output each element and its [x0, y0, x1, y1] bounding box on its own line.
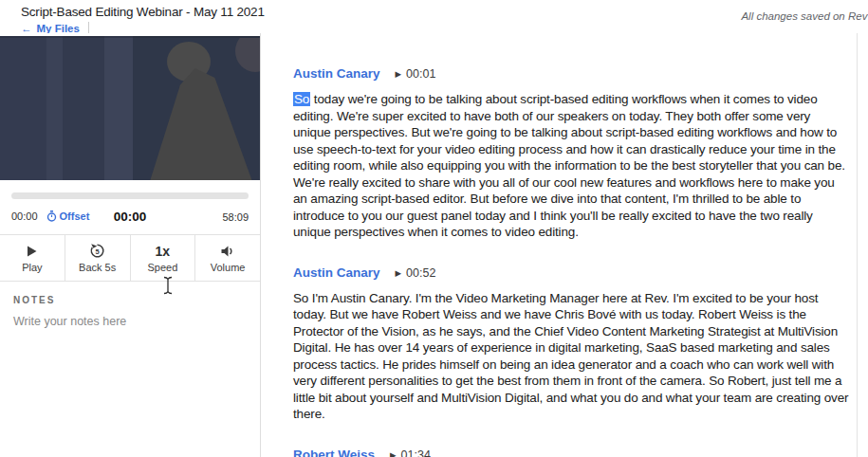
- speaker-name[interactable]: Austin Canary: [293, 66, 380, 81]
- notes-input-placeholder[interactable]: Write your notes here: [13, 315, 247, 328]
- video-preview[interactable]: [0, 36, 260, 180]
- svg-text:5: 5: [96, 247, 100, 256]
- save-status: All changes saved on Rev 2: [741, 10, 868, 33]
- offset-label: Offset: [60, 210, 90, 222]
- timestamp-link[interactable]: ▶00:01: [396, 67, 436, 81]
- notes-heading: NOTES: [13, 295, 247, 305]
- app-body: 00:00 Offset 00:00 58:09: [0, 33, 868, 457]
- timestamp-value: 00:01: [406, 67, 435, 81]
- utterance-1: Austin Canary ▶00:01 So today we're goin…: [293, 66, 851, 241]
- current-time: 00:00: [114, 210, 147, 224]
- paragraph-text: today we're going to be talking about sc…: [293, 92, 845, 239]
- timestamp-link[interactable]: ▶01:34: [390, 448, 431, 457]
- time-row: 00:00 Offset 00:00 58:09: [0, 199, 260, 234]
- paragraph-text: So I'm Austin Canary. I'm the Video Mark…: [293, 291, 848, 422]
- back-5s-button[interactable]: 5 Back 5s: [65, 235, 130, 281]
- header-left: Script-Based Editing Webinar - May 11 20…: [21, 5, 265, 33]
- speed-value: 1x: [156, 243, 171, 259]
- utterance-3: Robert Weiss ▶01:34 Thank you very much …: [293, 448, 851, 457]
- play-icon: [26, 243, 38, 259]
- speaker-name[interactable]: Robert Weiss: [293, 448, 375, 457]
- timestamp-play-icon: ▶: [390, 450, 397, 457]
- volume-button[interactable]: Volume: [194, 235, 260, 281]
- my-files-label: My Files: [37, 23, 80, 34]
- elapsed-time: 00:00: [11, 210, 38, 222]
- stopwatch-icon: [46, 210, 57, 222]
- utterance-2: Austin Canary ▶00:52 So I'm Austin Canar…: [293, 265, 851, 423]
- transcript-paragraph[interactable]: So today we're going to be talking about…: [293, 91, 851, 241]
- player-controls: Play 5 Back 5s 1x Speed: [0, 234, 260, 282]
- speaker-row: Austin Canary ▶00:52: [293, 265, 851, 280]
- volume-label: Volume: [211, 262, 246, 273]
- seek-bar[interactable]: [11, 192, 249, 199]
- timestamp-play-icon: ▶: [396, 268, 402, 278]
- timestamp-value: 01:34: [401, 448, 431, 457]
- page-title: Script-Based Editing Webinar - May 11 20…: [21, 5, 265, 19]
- timestamp-play-icon: ▶: [396, 69, 402, 79]
- play-label: Play: [22, 262, 42, 273]
- transcript-panel: Austin Canary ▶00:01 So today we're goin…: [261, 33, 868, 457]
- duration: 58:09: [222, 211, 249, 223]
- speaker-row: Robert Weiss ▶01:34: [293, 448, 851, 457]
- timestamp-link[interactable]: ▶00:52: [396, 266, 436, 280]
- speed-label: Speed: [147, 262, 177, 273]
- notes-section[interactable]: NOTES Write your notes here: [0, 282, 260, 341]
- video-corner-shape: [235, 36, 260, 72]
- speed-button[interactable]: 1x Speed: [130, 235, 195, 281]
- scrollbar[interactable]: [857, 33, 858, 457]
- transcript-editor-app: { "colors": { "accent_blue": "#3a6fd8", …: [0, 0, 868, 457]
- speaker-row: Austin Canary ▶00:01: [293, 66, 851, 81]
- offset-button[interactable]: Offset: [46, 210, 90, 222]
- back-arrow-icon: ←: [21, 23, 32, 34]
- time-left-group: 00:00 Offset: [11, 210, 114, 222]
- selected-word: So: [293, 92, 310, 106]
- header: Script-Based Editing Webinar - May 11 20…: [0, 0, 868, 33]
- time-right-group: 58:09: [146, 208, 249, 225]
- player-sidebar: 00:00 Offset 00:00 58:09: [0, 33, 261, 457]
- timestamp-value: 00:52: [406, 266, 435, 280]
- presenter-silhouette-body: [131, 68, 254, 180]
- back-5s-label: Back 5s: [79, 262, 116, 273]
- speaker-name[interactable]: Austin Canary: [293, 265, 380, 280]
- my-files-back-link[interactable]: ←My Files: [21, 23, 80, 34]
- back-5s-icon: 5: [89, 243, 105, 259]
- play-button[interactable]: Play: [0, 235, 65, 281]
- volume-icon: [220, 243, 235, 259]
- transcript-paragraph[interactable]: So I'm Austin Canary. I'm the Video Mark…: [293, 290, 851, 423]
